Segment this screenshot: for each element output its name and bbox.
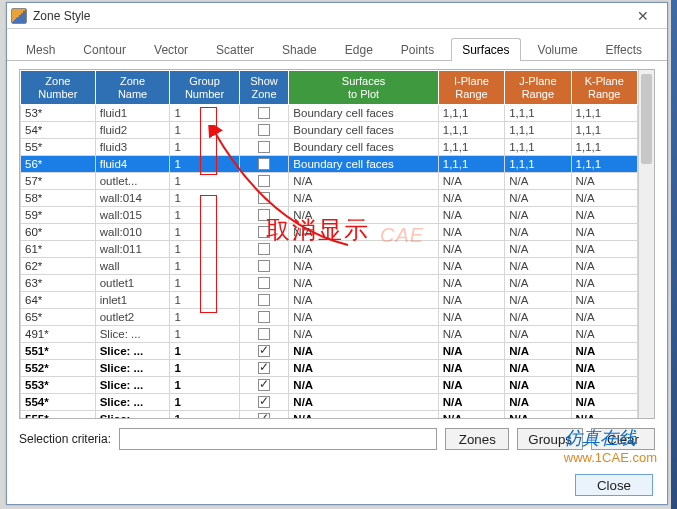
table-row[interactable]: 56*fluid41Boundary cell faces1,1,11,1,11…: [21, 156, 638, 173]
tab-edge[interactable]: Edge: [334, 38, 384, 61]
show-zone-cell[interactable]: [239, 292, 289, 309]
j-plane: N/A: [505, 360, 571, 377]
show-zone-checkbox[interactable]: [258, 124, 270, 136]
scrollbar-thumb[interactable]: [641, 74, 652, 164]
show-zone-checkbox[interactable]: [258, 226, 270, 238]
table-row[interactable]: 555*Slice: ...1N/AN/AN/AN/A: [21, 411, 638, 419]
show-zone-checkbox[interactable]: [258, 192, 270, 204]
show-zone-checkbox[interactable]: [258, 158, 270, 170]
show-zone-cell[interactable]: [239, 224, 289, 241]
show-zone-cell[interactable]: [239, 309, 289, 326]
tab-surfaces[interactable]: Surfaces: [451, 38, 520, 61]
col-header[interactable]: ZoneNumber: [21, 71, 96, 105]
show-zone-cell[interactable]: [239, 241, 289, 258]
table-row[interactable]: 552*Slice: ...1N/AN/AN/AN/A: [21, 360, 638, 377]
scrollbar[interactable]: [638, 70, 654, 418]
selection-criteria-input[interactable]: [119, 428, 437, 450]
groups-button[interactable]: Groups: [517, 428, 583, 450]
tab-points[interactable]: Points: [390, 38, 445, 61]
zone-number: 60*: [21, 224, 96, 241]
col-header[interactable]: GroupNumber: [170, 71, 239, 105]
table-row[interactable]: 491*Slice: ...1N/AN/AN/AN/A: [21, 326, 638, 343]
show-zone-checkbox[interactable]: [258, 277, 270, 289]
table-row[interactable]: 64*inlet11N/AN/AN/AN/A: [21, 292, 638, 309]
k-plane: N/A: [571, 377, 637, 394]
i-plane: N/A: [438, 275, 504, 292]
col-header[interactable]: I-PlaneRange: [438, 71, 504, 105]
col-header[interactable]: J-PlaneRange: [505, 71, 571, 105]
show-zone-cell[interactable]: [239, 139, 289, 156]
group-number: 1: [170, 224, 239, 241]
surfaces: N/A: [289, 326, 438, 343]
table-row[interactable]: 61*wall:0111N/AN/AN/AN/A: [21, 241, 638, 258]
show-zone-checkbox[interactable]: [258, 379, 270, 391]
table-row[interactable]: 58*wall:0141N/AN/AN/AN/A: [21, 190, 638, 207]
clear-button[interactable]: Clear: [591, 428, 655, 450]
show-zone-cell[interactable]: [239, 275, 289, 292]
show-zone-cell[interactable]: [239, 411, 289, 419]
close-button[interactable]: Close: [575, 474, 653, 496]
table-row[interactable]: 53*fluid11Boundary cell faces1,1,11,1,11…: [21, 105, 638, 122]
col-header[interactable]: K-PlaneRange: [571, 71, 637, 105]
tab-mesh[interactable]: Mesh: [15, 38, 66, 61]
show-zone-checkbox[interactable]: [258, 107, 270, 119]
j-plane: 1,1,1: [505, 122, 571, 139]
show-zone-cell[interactable]: [239, 258, 289, 275]
show-zone-cell[interactable]: [239, 105, 289, 122]
tab-vector[interactable]: Vector: [143, 38, 199, 61]
table-row[interactable]: 65*outlet21N/AN/AN/AN/A: [21, 309, 638, 326]
show-zone-cell[interactable]: [239, 343, 289, 360]
k-plane: N/A: [571, 394, 637, 411]
show-zone-cell[interactable]: [239, 326, 289, 343]
i-plane: N/A: [438, 309, 504, 326]
tab-scatter[interactable]: Scatter: [205, 38, 265, 61]
show-zone-checkbox[interactable]: [258, 243, 270, 255]
show-zone-checkbox[interactable]: [258, 396, 270, 408]
show-zone-cell[interactable]: [239, 377, 289, 394]
table-row[interactable]: 551*Slice: ...1N/AN/AN/AN/A: [21, 343, 638, 360]
show-zone-checkbox[interactable]: [258, 362, 270, 374]
show-zone-checkbox[interactable]: [258, 328, 270, 340]
tab-volume[interactable]: Volume: [527, 38, 589, 61]
show-zone-checkbox[interactable]: [258, 413, 270, 418]
k-plane: N/A: [571, 190, 637, 207]
show-zone-checkbox[interactable]: [258, 260, 270, 272]
table-row[interactable]: 60*wall:0101N/AN/AN/AN/A: [21, 224, 638, 241]
surfaces: N/A: [289, 207, 438, 224]
show-zone-checkbox[interactable]: [258, 141, 270, 153]
show-zone-checkbox[interactable]: [258, 311, 270, 323]
tab-contour[interactable]: Contour: [72, 38, 137, 61]
zone-name: fluid1: [95, 105, 170, 122]
show-zone-checkbox[interactable]: [258, 175, 270, 187]
col-header[interactable]: ShowZone: [239, 71, 289, 105]
table-row[interactable]: 59*wall:0151N/AN/AN/AN/A: [21, 207, 638, 224]
zone-number: 62*: [21, 258, 96, 275]
show-zone-cell[interactable]: [239, 207, 289, 224]
show-zone-checkbox[interactable]: [258, 294, 270, 306]
tab-shade[interactable]: Shade: [271, 38, 328, 61]
tab-effects[interactable]: Effects: [595, 38, 653, 61]
col-header[interactable]: ZoneName: [95, 71, 170, 105]
table-row[interactable]: 55*fluid31Boundary cell faces1,1,11,1,11…: [21, 139, 638, 156]
table-row[interactable]: 63*outlet11N/AN/AN/AN/A: [21, 275, 638, 292]
surfaces: N/A: [289, 377, 438, 394]
show-zone-checkbox[interactable]: [258, 345, 270, 357]
zone-name: Slice: ...: [95, 326, 170, 343]
table-row[interactable]: 57*outlet...1N/AN/AN/AN/A: [21, 173, 638, 190]
table-row[interactable]: 554*Slice: ...1N/AN/AN/AN/A: [21, 394, 638, 411]
col-header[interactable]: Surfacesto Plot: [289, 71, 438, 105]
show-zone-cell[interactable]: [239, 360, 289, 377]
show-zone-cell[interactable]: [239, 394, 289, 411]
show-zone-cell[interactable]: [239, 190, 289, 207]
table-row[interactable]: 553*Slice: ...1N/AN/AN/AN/A: [21, 377, 638, 394]
show-zone-cell[interactable]: [239, 156, 289, 173]
window-close-button[interactable]: ✕: [623, 5, 663, 27]
show-zone-cell[interactable]: [239, 122, 289, 139]
show-zone-checkbox[interactable]: [258, 209, 270, 221]
show-zone-cell[interactable]: [239, 173, 289, 190]
i-plane: 1,1,1: [438, 139, 504, 156]
zones-button[interactable]: Zones: [445, 428, 509, 450]
surfaces: N/A: [289, 360, 438, 377]
table-row[interactable]: 54*fluid21Boundary cell faces1,1,11,1,11…: [21, 122, 638, 139]
table-row[interactable]: 62*wall1N/AN/AN/AN/A: [21, 258, 638, 275]
